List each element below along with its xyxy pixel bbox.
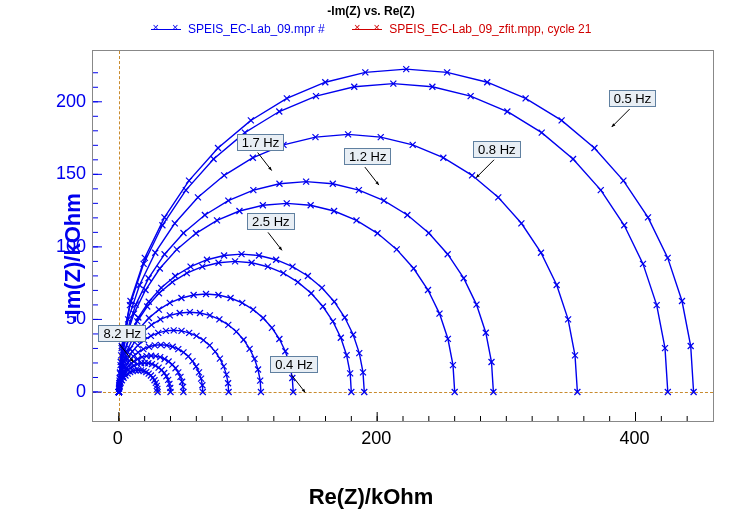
svg-line-698 (612, 109, 630, 127)
chart-title: -Im(Z) vs. Re(Z) (0, 4, 742, 18)
freq-label-5: 8.2 Hz (98, 325, 146, 342)
freq-label-3: 1.2 Hz (344, 148, 392, 165)
legend-marker-1: ×× (151, 25, 181, 35)
x-axis-label: Re(Z)/kOhm (0, 484, 742, 510)
chart-legend: ×× SPEIS_EC-Lab_09.mpr # ×× SPEIS_EC-Lab… (0, 22, 742, 36)
freq-label-1: 0.8 Hz (473, 141, 521, 158)
svg-line-700 (476, 160, 494, 178)
legend-label-1: SPEIS_EC-Lab_09.mpr # (188, 22, 325, 36)
y-axis-label: -Im(Z)/kOhm (60, 193, 86, 323)
nyquist-chart: -Im(Z) vs. Re(Z) ×× SPEIS_EC-Lab_09.mpr … (0, 0, 742, 516)
legend-series-1: ×× SPEIS_EC-Lab_09.mpr # (151, 22, 325, 36)
freq-label-6: 0.4 Hz (270, 356, 318, 373)
freq-label-2: 1.7 Hz (237, 134, 285, 151)
legend-marker-2: ×× (352, 25, 382, 35)
ytick-3: 150 (50, 163, 86, 184)
ytick-0: 0 (50, 380, 86, 401)
legend-label-2: SPEIS_EC-Lab_09_zfit.mpp, cycle 21 (389, 22, 591, 36)
freq-label-0: 0.5 Hz (609, 90, 657, 107)
xtick-0: 0 (113, 428, 123, 449)
xtick-2: 400 (619, 428, 649, 449)
xtick-1: 200 (361, 428, 391, 449)
ytick-2: 100 (50, 235, 86, 256)
ytick-4: 200 (50, 90, 86, 111)
legend-series-2: ×× SPEIS_EC-Lab_09_zfit.mpp, cycle 21 (352, 22, 591, 36)
ytick-1: 50 (50, 308, 86, 329)
freq-label-4: 2.5 Hz (247, 213, 295, 230)
